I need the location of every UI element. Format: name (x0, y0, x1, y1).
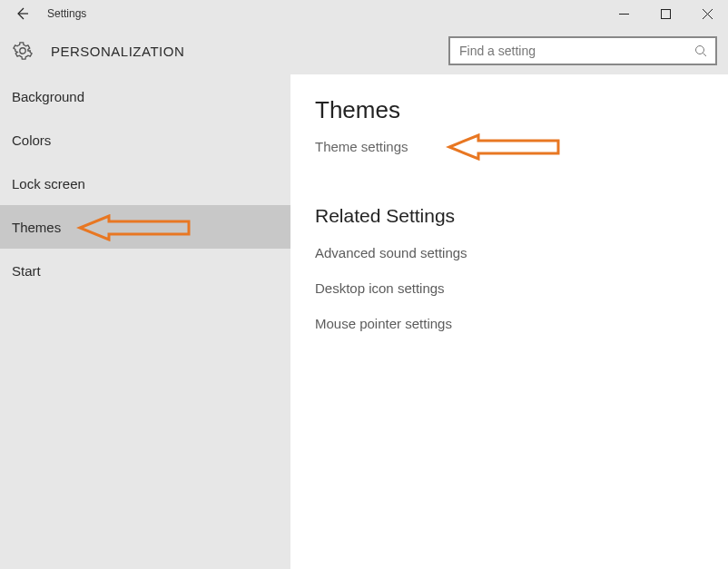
search-box[interactable] (448, 36, 717, 65)
annotation-arrow-themes (73, 214, 191, 241)
sidebar-item-label: Lock screen (12, 176, 85, 191)
gear-icon (13, 41, 33, 61)
related-link-desktop-icon[interactable]: Desktop icon settings (315, 280, 728, 296)
minimize-icon (619, 9, 629, 19)
sidebar-item-start[interactable]: Start (0, 249, 290, 292)
window-controls (603, 0, 728, 27)
sidebar-item-themes[interactable]: Themes (0, 205, 290, 249)
close-button[interactable] (686, 0, 728, 27)
sidebar-item-label: Themes (12, 220, 61, 235)
related-heading: Related Settings (315, 205, 728, 227)
maximize-button[interactable] (644, 0, 686, 27)
related-link-mouse-pointer[interactable]: Mouse pointer settings (315, 316, 728, 331)
category-title: PERSONALIZATION (51, 44, 184, 59)
sidebar-item-label: Start (12, 263, 41, 279)
related-link-advanced-sound[interactable]: Advanced sound settings (315, 245, 728, 260)
page-heading: Themes (315, 96, 728, 124)
body: Background Colors Lock screen Themes Sta… (0, 74, 728, 569)
minimize-button[interactable] (603, 0, 644, 27)
sidebar-item-lock-screen[interactable]: Lock screen (0, 162, 290, 205)
back-button[interactable] (0, 0, 44, 27)
theme-settings-link[interactable]: Theme settings (315, 139, 408, 154)
search-input[interactable] (459, 44, 694, 58)
sidebar-item-label: Colors (12, 132, 51, 148)
svg-rect-0 (661, 9, 670, 18)
sidebar-item-label: Background (12, 89, 84, 104)
sidebar-item-background[interactable]: Background (0, 74, 290, 118)
svg-point-1 (696, 46, 704, 54)
window-title: Settings (44, 7, 86, 20)
header: PERSONALIZATION (0, 27, 728, 74)
sidebar-item-colors[interactable]: Colors (0, 118, 290, 162)
annotation-arrow-theme-settings (442, 133, 560, 161)
maximize-icon (661, 9, 671, 19)
titlebar: Settings (0, 0, 728, 27)
back-arrow-icon (14, 5, 30, 22)
close-icon (703, 9, 713, 19)
search-icon (694, 44, 708, 58)
sidebar: Background Colors Lock screen Themes Sta… (0, 74, 290, 569)
content-pane: Themes Theme settings Related Settings A… (290, 74, 728, 569)
settings-gear-icon (9, 37, 36, 64)
